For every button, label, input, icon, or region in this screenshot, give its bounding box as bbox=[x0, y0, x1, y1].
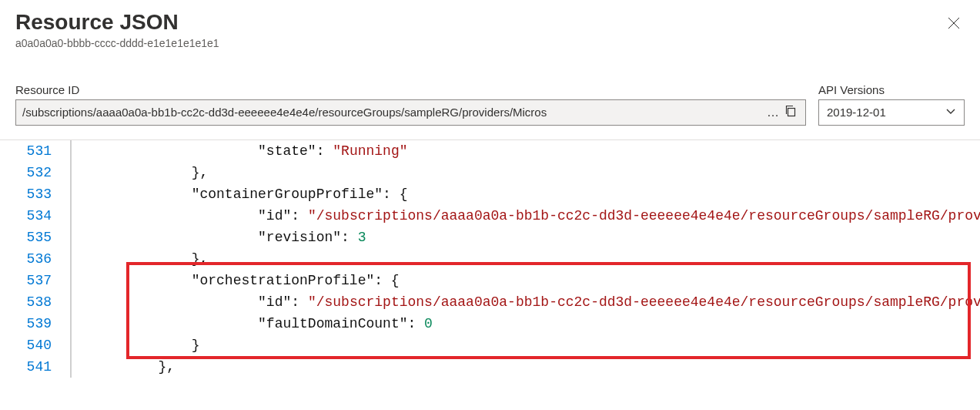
line-number: 538 bbox=[0, 291, 71, 313]
code-line: }, bbox=[71, 356, 980, 378]
close-button[interactable] bbox=[943, 14, 965, 35]
api-versions-dropdown[interactable]: 2019-12-01 bbox=[818, 99, 965, 126]
svg-rect-2 bbox=[788, 108, 795, 116]
code-line: }, bbox=[71, 162, 980, 183]
code-lines: 531 "state": "Running"532 },533 "contain… bbox=[0, 140, 980, 378]
code-line: } bbox=[71, 334, 980, 356]
code-line: "id": "/subscriptions/aaaa0a0a-bb1b-cc2c… bbox=[71, 291, 980, 313]
json-editor[interactable]: 531 "state": "Running"532 },533 "contain… bbox=[0, 139, 980, 378]
line-number: 537 bbox=[0, 270, 71, 291]
line-number: 533 bbox=[0, 183, 71, 205]
chevron-down-icon bbox=[945, 106, 956, 119]
code-line: "faultDomainCount": 0 bbox=[71, 313, 980, 334]
close-icon bbox=[948, 17, 960, 32]
code-line: "orchestrationProfile": { bbox=[71, 270, 980, 291]
resource-guid: a0a0a0a0-bbbb-cccc-dddd-e1e1e1e1e1e1 bbox=[15, 37, 219, 49]
line-number: 541 bbox=[0, 356, 71, 378]
page-title: Resource JSON bbox=[15, 9, 219, 35]
line-number: 536 bbox=[0, 248, 71, 270]
code-line: "id": "/subscriptions/aaaa0a0a-bb1b-cc2c… bbox=[71, 205, 980, 227]
api-version-selected: 2019-12-01 bbox=[827, 106, 886, 119]
code-line: }, bbox=[71, 248, 980, 270]
api-versions-label: API Versions bbox=[818, 83, 965, 96]
resource-id-value: /subscriptions/aaaa0a0a-bb1b-cc2c-dd3d-e… bbox=[22, 106, 764, 119]
code-line: "revision": 3 bbox=[71, 227, 980, 248]
copy-button[interactable] bbox=[782, 104, 799, 121]
line-number: 534 bbox=[0, 205, 71, 227]
code-line: "state": "Running" bbox=[71, 140, 980, 162]
resource-id-field: /subscriptions/aaaa0a0a-bb1b-cc2c-dd3d-e… bbox=[15, 99, 806, 126]
code-line: "containerGroupProfile": { bbox=[71, 183, 980, 205]
resource-id-truncation: … bbox=[764, 106, 782, 119]
line-number: 532 bbox=[0, 162, 71, 183]
line-number: 539 bbox=[0, 313, 71, 334]
resource-id-label: Resource ID bbox=[15, 83, 806, 96]
line-number: 535 bbox=[0, 227, 71, 248]
copy-icon bbox=[784, 105, 797, 120]
line-number: 540 bbox=[0, 334, 71, 356]
line-number: 531 bbox=[0, 140, 71, 162]
